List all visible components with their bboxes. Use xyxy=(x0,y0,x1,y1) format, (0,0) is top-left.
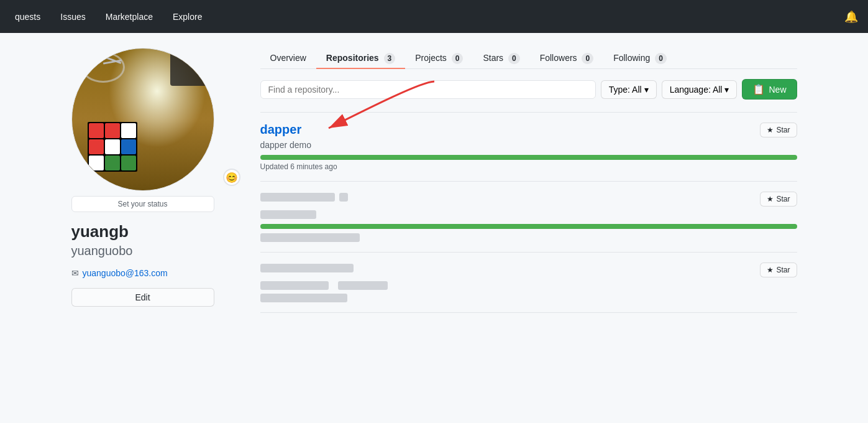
repo-desc-blurred xyxy=(260,209,797,219)
repo-updated-time: Updated 6 minutes ago xyxy=(260,162,797,171)
repo-name-blurred xyxy=(260,263,354,272)
language-bar xyxy=(260,155,797,160)
star-button[interactable]: ★ Star xyxy=(760,192,797,207)
tab-repositories[interactable]: Repositories 3 xyxy=(316,48,405,69)
following-count-badge: 0 xyxy=(655,53,667,64)
star-icon: ★ xyxy=(767,126,774,134)
email-row: ✉ yuanguobo@163.com xyxy=(71,268,245,278)
tab-followers[interactable]: Followers 0 xyxy=(530,48,603,69)
notifications-bell-icon[interactable]: 🔔 xyxy=(844,10,858,24)
star-icon: ★ xyxy=(767,195,774,203)
nav-item-quests[interactable]: quests xyxy=(10,9,45,24)
tab-following[interactable]: Following 0 xyxy=(603,48,677,69)
projects-count-badge: 0 xyxy=(452,53,464,64)
new-repository-button[interactable]: 📋 New xyxy=(742,79,797,100)
star-button[interactable]: ★ Star xyxy=(760,263,797,277)
nav-item-issues[interactable]: Issues xyxy=(55,9,90,24)
set-status-button[interactable]: Set your status xyxy=(71,196,214,212)
repo-name-link[interactable]: dapper xyxy=(260,123,302,137)
display-name: yuangb xyxy=(71,222,245,241)
repo-meta-blurred xyxy=(260,280,797,290)
repository-list: dapper ★ Star dapper demo Updated 6 minu… xyxy=(260,112,797,313)
avatar xyxy=(71,48,214,191)
tab-projects[interactable]: Projects 0 xyxy=(405,48,473,69)
nav-item-explore[interactable]: Explore xyxy=(168,9,207,24)
nav-item-marketplace[interactable]: Marketplace xyxy=(101,9,158,24)
email-link[interactable]: yuanguobo@163.com xyxy=(83,268,168,278)
type-filter-dropdown[interactable]: Type: All ▾ xyxy=(601,80,657,99)
repo-updated-blurred xyxy=(260,292,797,302)
repo-updated-blurred xyxy=(260,231,797,241)
main-container: 😊 Set your status yuangb yuanguobo ✉ yua… xyxy=(62,48,807,313)
language-filter-dropdown[interactable]: Language: All ▾ xyxy=(662,80,738,99)
star-button[interactable]: ★ Star xyxy=(760,123,797,137)
edit-profile-button[interactable]: Edit xyxy=(71,288,214,307)
username-handle: yuanguobo xyxy=(71,244,245,258)
table-row: ★ Star xyxy=(260,182,797,253)
top-navigation: quests Issues Marketplace Explore 🔔 xyxy=(0,0,868,33)
profile-tabs: Overview Repositories 3 Projects 0 Stars… xyxy=(260,48,797,69)
followers-count-badge: 0 xyxy=(582,53,593,64)
language-bar xyxy=(260,224,797,229)
repo-name-blurred xyxy=(260,192,349,202)
repo-description: dapper demo xyxy=(260,140,797,150)
rubik-cube-decoration xyxy=(88,122,137,172)
chevron-down-icon: ▾ xyxy=(644,85,649,95)
repo-header: dapper ★ Star xyxy=(260,123,797,137)
tab-stars[interactable]: Stars 0 xyxy=(473,48,529,69)
tab-overview[interactable]: Overview xyxy=(260,48,316,69)
sidebar: 😊 Set your status yuangb yuanguobo ✉ yua… xyxy=(71,48,245,313)
search-input[interactable] xyxy=(260,80,596,99)
chevron-down-icon: ▾ xyxy=(724,85,729,95)
table-row: ★ Star xyxy=(260,253,797,314)
star-icon: ★ xyxy=(767,266,774,274)
repo-header: ★ Star xyxy=(260,263,797,277)
repository-filter-row: Type: All ▾ Language: All ▾ 📋 New xyxy=(260,79,797,100)
table-row: dapper ★ Star dapper demo Updated 6 minu… xyxy=(260,112,797,182)
new-repo-icon: 📋 xyxy=(752,83,765,95)
stars-count-badge: 0 xyxy=(508,53,520,64)
profile-content: Overview Repositories 3 Projects 0 Stars… xyxy=(260,48,797,313)
repositories-count-badge: 3 xyxy=(384,53,396,64)
email-icon: ✉ xyxy=(71,268,79,278)
avatar-container: 😊 xyxy=(71,48,245,191)
status-emoji-icon[interactable]: 😊 xyxy=(223,169,240,186)
repo-header: ★ Star xyxy=(260,192,797,207)
